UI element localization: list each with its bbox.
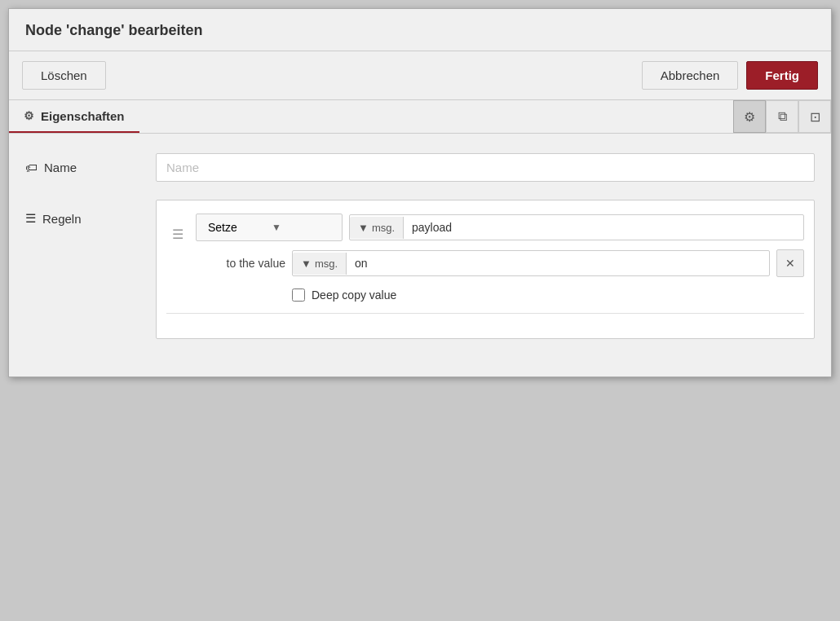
value-prefix-btn[interactable]: ▼ msg. [293,253,347,275]
settings-icon: ⚙ [744,109,755,125]
gear-icon: ⚙ [24,109,34,122]
rules-row: ☰ Regeln ☰ Setze ▼ [25,200,815,339]
deep-copy-checkbox[interactable] [292,288,305,302]
rule-line-2: to the value ▼ msg. ✕ [196,249,804,277]
rule-line-1: Setze ▼ ▼ msg. [196,214,804,241]
drag-handle[interactable]: ☰ [166,214,189,242]
name-label: 🏷 Name [25,161,156,174]
frame-icon: ⊡ [810,109,820,125]
deep-copy-label[interactable]: Deep copy value [292,288,396,302]
name-row: 🏷 Name [25,153,815,182]
dialog-container: Node 'change' bearbeiten Löschen Abbrech… [8,8,832,377]
rules-label: ☰ Regeln [25,200,156,226]
deep-copy-row: Deep copy value [196,288,804,302]
payload-prefix-arrow: ▼ [358,222,369,234]
cancel-button[interactable]: Abbrechen [642,61,739,90]
rules-container: ☰ Setze ▼ ▼ msg. [156,200,815,339]
tab-settings-icon-btn[interactable]: ⚙ [733,100,766,133]
value-prefix-arrow: ▼ [301,258,312,270]
rule-divider [166,313,804,314]
dialog-toolbar: Löschen Abbrechen Fertig [9,51,831,100]
dialog-body: 🏷 Name ☰ Regeln ☰ [9,134,831,377]
tab-frame-icon-btn[interactable]: ⊡ [798,100,831,133]
to-value-label: to the value [196,257,285,270]
tab-properties[interactable]: ⚙ Eigenschaften [9,101,139,133]
payload-input-group: ▼ msg. [349,214,804,240]
close-icon: ✕ [785,257,795,270]
payload-field-input[interactable] [404,215,803,240]
action-select-label: Setze [208,221,267,234]
dialog-header: Node 'change' bearbeiten [9,9,831,51]
value-input-group: ▼ msg. [292,250,770,276]
tab-copy-icon-btn[interactable]: ⧉ [766,100,798,133]
dialog-title: Node 'change' bearbeiten [25,22,203,38]
tab-properties-label: Eigenschaften [41,109,125,123]
deep-copy-text: Deep copy value [312,288,396,302]
value-field-input[interactable] [347,251,769,275]
delete-button[interactable]: Löschen [22,61,106,90]
rule-content: Setze ▼ ▼ msg. [196,214,804,302]
tabs-bar: ⚙ Eigenschaften ⚙ ⧉ ⊡ [9,100,831,134]
payload-prefix-label: msg. [372,222,395,234]
name-input[interactable] [156,153,815,182]
tag-icon: 🏷 [25,161,38,174]
action-select[interactable]: Setze ▼ [196,214,343,241]
delete-rule-button[interactable]: ✕ [776,249,804,277]
payload-prefix-btn[interactable]: ▼ msg. [350,217,404,239]
done-button[interactable]: Fertig [746,61,818,90]
action-select-arrow: ▼ [272,222,330,233]
rule-row: ☰ Setze ▼ ▼ msg. [166,214,804,302]
copy-icon: ⧉ [778,109,787,124]
list-icon: ☰ [25,211,36,226]
value-prefix-label: msg. [315,258,338,270]
